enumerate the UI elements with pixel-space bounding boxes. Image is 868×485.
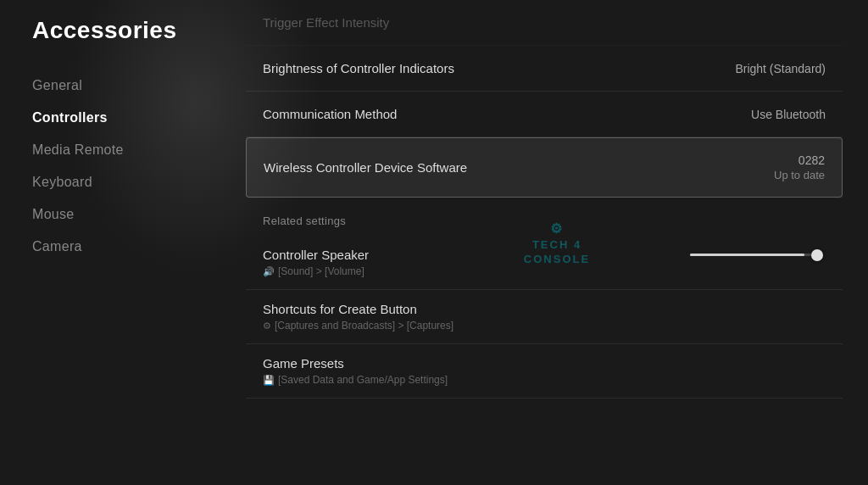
slider-thumb-controller-speaker[interactable]	[811, 249, 823, 261]
setting-value-brightness: Bright (Standard)	[735, 62, 826, 75]
related-row-top-game-presets: Game Presets	[263, 356, 826, 371]
sidebar-item-media-remote[interactable]: Media Remote	[32, 136, 246, 164]
related-subtext-game-presets: [Saved Data and Game/App Settings]	[278, 374, 448, 386]
related-subtext-controller-speaker: [Sound] > [Volume]	[278, 265, 364, 277]
accessories-page: Accessories GeneralControllersMedia Remo…	[0, 0, 868, 485]
settings-list: Brightness of Controller IndicatorsBrigh…	[246, 46, 843, 485]
related-row-shortcuts-create[interactable]: Shortcuts for Create Button⚙[Captures an…	[246, 290, 843, 344]
setting-label-wireless-software: Wireless Controller Device Software	[264, 160, 467, 175]
faded-row-label: Trigger Effect Intensity	[263, 15, 389, 30]
related-sub-controller-speaker: 🔊[Sound] > [Volume]	[263, 265, 826, 277]
related-row-top-controller-speaker: Controller Speaker	[263, 248, 826, 262]
related-title-game-presets: Game Presets	[263, 356, 344, 371]
setting-value-communication: Use Bluetooth	[751, 108, 826, 121]
setting-row-communication[interactable]: Communication MethodUse Bluetooth	[246, 92, 843, 137]
related-title-controller-speaker: Controller Speaker	[263, 248, 369, 262]
related-subtext-shortcuts-create: [Captures and Broadcasts] > [Captures]	[275, 320, 453, 332]
sidebar: Accessories GeneralControllersMedia Remo…	[0, 0, 246, 485]
related-sub-game-presets: 💾[Saved Data and Game/App Settings]	[263, 374, 826, 386]
sidebar-item-mouse[interactable]: Mouse	[32, 200, 246, 229]
setting-label-brightness: Brightness of Controller Indicators	[263, 61, 454, 75]
related-row-game-presets[interactable]: Game Presets💾[Saved Data and Game/App Se…	[246, 344, 843, 399]
setting-row-brightness[interactable]: Brightness of Controller IndicatorsBrigh…	[246, 46, 843, 92]
slider-track-controller-speaker	[690, 254, 817, 256]
setting-row-wireless-software[interactable]: Wireless Controller Device Software0282U…	[246, 137, 843, 198]
related-sub-shortcuts-create: ⚙[Captures and Broadcasts] > [Captures]	[263, 320, 826, 332]
related-row-controller-speaker[interactable]: Controller Speaker🔊[Sound] > [Volume]	[246, 236, 843, 290]
setting-subvalue-wireless-software: Up to date	[774, 169, 825, 181]
related-settings-label: Related settings	[246, 198, 843, 236]
related-title-shortcuts-create: Shortcuts for Create Button	[263, 302, 417, 316]
sidebar-item-controllers[interactable]: Controllers	[32, 103, 246, 132]
slider-fill-controller-speaker	[690, 254, 804, 256]
sidebar-item-keyboard[interactable]: Keyboard	[32, 168, 246, 197]
setting-value-wireless-software: 0282Up to date	[774, 153, 825, 181]
slider-controller-speaker[interactable]	[690, 254, 826, 256]
faded-top-row: Trigger Effect Intensity	[246, 0, 843, 46]
related-icon-game-presets: 💾	[263, 375, 275, 386]
sidebar-item-camera[interactable]: Camera	[32, 232, 246, 261]
sidebar-nav: GeneralControllersMedia RemoteKeyboardMo…	[32, 71, 246, 261]
page-title: Accessories	[32, 17, 246, 44]
main-content: Trigger Effect Intensity Brightness of C…	[246, 0, 868, 485]
related-icon-shortcuts-create: ⚙	[263, 321, 271, 332]
related-icon-controller-speaker: 🔊	[263, 266, 275, 277]
setting-label-communication: Communication Method	[263, 107, 397, 121]
related-row-top-shortcuts-create: Shortcuts for Create Button	[263, 302, 826, 316]
sidebar-item-general[interactable]: General	[32, 71, 246, 100]
